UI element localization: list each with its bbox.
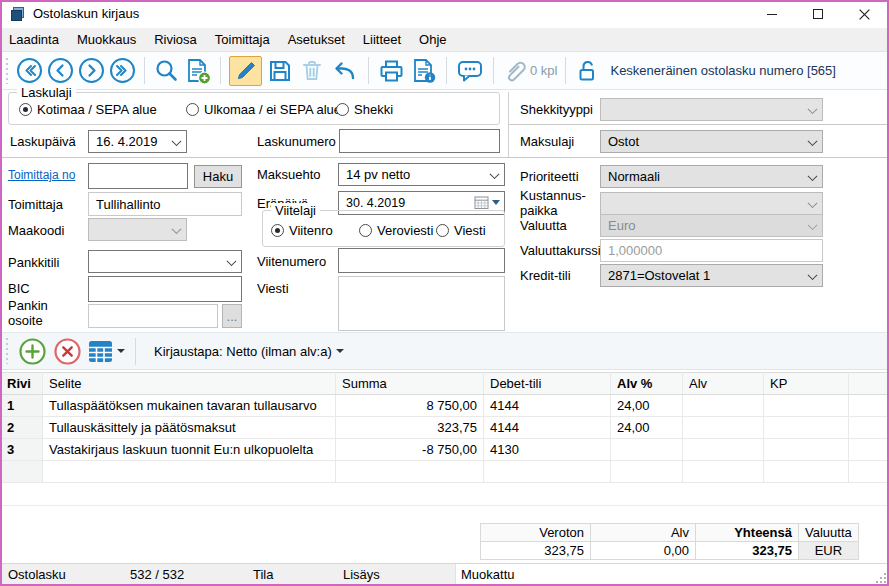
cell-alv[interactable] <box>683 417 764 439</box>
cell-summa[interactable]: 8 750,00 <box>336 395 484 417</box>
cell-selite[interactable] <box>43 461 336 483</box>
shekkityyppi-label: Shekkityyppi <box>520 102 593 117</box>
kredit-tili-select[interactable]: 2871=Ostovelat 1 <box>600 264 823 287</box>
toimittaja-value: Tullihallinto <box>96 197 161 212</box>
undo-button[interactable] <box>330 57 360 85</box>
cell-selite[interactable]: Vastakirjaus laskuun tuonnit Eu:n ulkopu… <box>43 439 336 461</box>
maksulaji-select[interactable]: Ostot <box>600 130 823 153</box>
cell-selite[interactable]: Tullaspäätöksen mukainen tavaran tullaus… <box>43 395 336 417</box>
cell-summa[interactable]: 323,75 <box>336 417 484 439</box>
valuutta-select[interactable]: Euro <box>600 214 823 237</box>
new-invoice-button[interactable] <box>184 57 212 85</box>
first-record-button[interactable] <box>16 57 43 84</box>
filler-cell <box>1 483 889 506</box>
cell-alv-pct[interactable] <box>611 439 683 461</box>
valuuttakurssi-label: Valuuttakurssi <box>520 243 601 258</box>
grid-view-button[interactable] <box>88 340 125 363</box>
menu-liitteet[interactable]: Liitteet <box>354 32 410 47</box>
totals-header-row: Veroton Alv Yhteensä Valuutta <box>481 524 859 542</box>
radio-ulkomaa-ei-sepa-alue[interactable]: Ulkomaa / ei SEPA alue <box>186 102 341 117</box>
maksuehto-select[interactable]: 14 pv netto <box>338 163 505 186</box>
table-row[interactable]: 2Tullauskäsittely ja päätösmaksut323,754… <box>1 417 889 439</box>
cell-alv-pct[interactable]: 24,00 <box>611 395 683 417</box>
menu-muokkaus[interactable]: Muokkaus <box>68 32 145 47</box>
laskupaiva-select[interactable]: 16. 4.2019 <box>88 130 187 153</box>
cell-kp[interactable] <box>764 439 849 461</box>
cell-selite[interactable]: Tullauskäsittely ja päätösmaksut <box>43 417 336 439</box>
cell-debet-tili[interactable]: 4144 <box>484 395 611 417</box>
cell-rivi[interactable]: 2 <box>1 417 43 439</box>
toimittaja-input[interactable]: Tullihallinto <box>88 192 242 216</box>
cell-kp[interactable] <box>764 417 849 439</box>
next-record-icon <box>78 57 105 84</box>
bic-input[interactable] <box>88 276 242 302</box>
close-button[interactable] <box>841 0 887 28</box>
delete-row-button[interactable] <box>53 337 82 366</box>
toimittaja-no-input[interactable] <box>88 163 188 189</box>
menu-toimittaja[interactable]: Toimittaja <box>206 32 279 47</box>
delete-button[interactable] <box>298 57 326 85</box>
chevron-down-icon <box>808 104 818 114</box>
shekkityyppi-select[interactable] <box>600 98 823 121</box>
date-picker-button[interactable] <box>474 195 500 210</box>
resize-grip[interactable] <box>875 572 887 584</box>
cell-summa[interactable]: -8 750,00 <box>336 439 484 461</box>
menu-ohje[interactable]: Ohje <box>410 32 455 47</box>
cell-kp[interactable] <box>764 461 849 483</box>
valuuttakurssi-input[interactable]: 1,000000 <box>600 239 823 262</box>
radio-viitenro[interactable]: Viitenro <box>271 223 333 238</box>
print-button[interactable] <box>377 57 406 85</box>
cell-debet-tili[interactable] <box>484 461 611 483</box>
haku-button-label: Haku <box>203 169 233 184</box>
radio-kotimaa-sepa-alue[interactable]: Kotimaa / SEPA alue <box>19 102 157 117</box>
maakoodi-select[interactable] <box>88 218 187 241</box>
cell-rivi[interactable]: 1 <box>1 395 43 417</box>
pankkitili-select[interactable] <box>88 250 242 273</box>
cell-alv[interactable] <box>683 439 764 461</box>
kirjaustapa-dropdown[interactable]: Kirjaustapa: Netto (ilman alv:a) <box>146 344 344 359</box>
menu-asetukset[interactable]: Asetukset <box>279 32 354 47</box>
menu-laadinta[interactable]: Laadinta <box>0 32 68 47</box>
browse-ellipsis-button[interactable]: ... <box>222 304 242 328</box>
cell-debet-tili[interactable]: 4144 <box>484 417 611 439</box>
cell-alv-pct[interactable] <box>611 461 683 483</box>
comments-button[interactable] <box>455 57 485 85</box>
attachments-button[interactable]: 0 kpl <box>502 58 557 84</box>
menu-riviosa[interactable]: Riviosa <box>145 32 206 47</box>
cell-alv-pct[interactable]: 24,00 <box>611 417 683 439</box>
toolbar-separator <box>565 57 566 84</box>
radio-dot <box>271 224 284 237</box>
previous-record-button[interactable] <box>47 57 74 84</box>
toimittaja-no-link[interactable]: Toimittaja no <box>8 168 75 182</box>
table-row[interactable] <box>1 461 889 483</box>
add-row-button[interactable] <box>18 337 47 366</box>
cell-rivi[interactable]: 3 <box>1 439 43 461</box>
cell-debet-tili[interactable]: 4130 <box>484 439 611 461</box>
kustannuspaikka-select[interactable] <box>600 192 823 215</box>
cell-kp[interactable] <box>764 395 849 417</box>
last-record-button[interactable] <box>109 57 136 84</box>
viesti-input[interactable] <box>338 276 505 331</box>
cell-alv[interactable] <box>683 461 764 483</box>
radio-veroviesti[interactable]: Veroviesti <box>359 223 433 238</box>
invoice-info-button[interactable] <box>410 57 438 85</box>
edit-button[interactable] <box>229 56 262 86</box>
prioriteetti-select[interactable]: Normaali <box>600 165 823 188</box>
next-record-button[interactable] <box>78 57 105 84</box>
table-row[interactable]: 3Vastakirjaus laskuun tuonnit Eu:n ulkop… <box>1 439 889 461</box>
cell-rivi[interactable] <box>1 461 43 483</box>
search-button[interactable] <box>153 57 180 84</box>
laskunumero-input[interactable] <box>339 129 500 153</box>
radio-shekki[interactable]: Shekki <box>336 102 393 117</box>
haku-button[interactable]: Haku <box>194 165 242 188</box>
viitenumero-input[interactable] <box>338 248 505 273</box>
maximize-button[interactable] <box>795 0 841 28</box>
pankin-osoite-input[interactable] <box>88 304 218 328</box>
laskupaiva-value: 16. 4.2019 <box>96 134 157 149</box>
minimize-button[interactable] <box>749 0 795 28</box>
save-button[interactable] <box>266 57 294 85</box>
cell-summa[interactable] <box>336 461 484 483</box>
radio-viesti[interactable]: Viesti <box>436 223 486 238</box>
cell-alv[interactable] <box>683 395 764 417</box>
table-row[interactable]: 1Tullaspäätöksen mukainen tavaran tullau… <box>1 395 889 417</box>
